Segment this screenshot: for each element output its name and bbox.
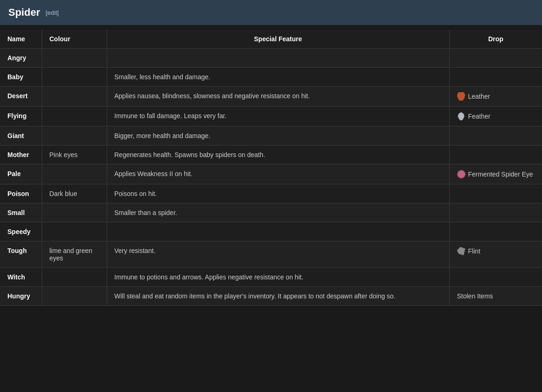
row-name: Flying [7,112,26,120]
row-feature-cell: Applies Weakness II on hit. [107,164,449,184]
row-name-cell: Pale [0,164,42,184]
row-drop-cell: Fermented Spider Eye [449,164,542,184]
row-name-cell: Hungry [0,287,42,306]
table-row: BabySmaller, less health and damage. [0,68,542,87]
leather-icon [457,92,465,101]
drop-label: Feather [468,113,491,120]
table-row: DesertApplies nausea, blindness, slownes… [0,87,542,107]
page-header: Spider [edit] [0,0,542,25]
drop-container: Leather [457,92,535,101]
row-drop-cell [449,268,542,287]
row-name: Tough [7,247,27,254]
row-name-cell: Baby [0,68,42,87]
row-colour-cell [42,68,107,87]
drop-container: Flint [457,247,535,255]
row-colour-cell [42,49,107,68]
row-colour-cell [42,268,107,287]
row-name: Giant [7,132,24,139]
row-colour-cell [42,87,107,107]
feather-icon [457,112,465,120]
table-row: SmallSmaller than a spider. [0,203,542,222]
col-header-feature: Special Feature [107,30,449,49]
row-name: Small [7,209,25,216]
drop-label: Leather [468,93,490,100]
row-colour-cell [42,222,107,241]
row-name-cell: Giant [0,126,42,145]
drop-container: Feather [457,112,535,120]
row-feature-cell: Immune to fall damage. Leaps very far. [107,107,449,126]
row-feature-cell: Bigger, more health and damage. [107,126,449,145]
row-drop-cell: Flint [449,241,542,268]
row-feature-cell [107,222,449,241]
row-name: Speedy [7,228,31,235]
row-drop-cell [449,203,542,222]
row-name-cell: Small [0,203,42,222]
table-header-row: Name Colour Special Feature Drop [0,30,542,49]
row-colour-cell: Pink eyes [42,145,107,164]
row-name-cell: Angry [0,49,42,68]
table-row: HungryWill steal and eat random items in… [0,287,542,306]
row-feature-cell: Smaller than a spider. [107,203,449,222]
row-feature-cell: Immune to potions and arrows. Applies ne… [107,268,449,287]
drop-container: Fermented Spider Eye [457,170,535,178]
col-header-colour: Colour [42,30,107,49]
table-row: Angry [0,49,542,68]
row-feature-cell: Poisons on hit. [107,184,449,203]
drop-label: Flint [468,247,480,255]
table-wrapper: Name Colour Special Feature Drop AngryBa… [0,25,542,310]
row-name-cell: Witch [0,268,42,287]
row-drop-cell [449,145,542,164]
table-row: GiantBigger, more health and damage. [0,126,542,145]
flint-icon [457,247,465,255]
row-colour-cell [42,107,107,126]
row-name-cell: Speedy [0,222,42,241]
row-colour-cell: lime and green eyes [42,241,107,268]
table-row: FlyingImmune to fall damage. Leaps very … [0,107,542,126]
table-row: MotherPink eyesRegenerates health. Spawn… [0,145,542,164]
row-name: Hungry [7,292,30,300]
drop-label: Stolen Items [457,292,493,300]
row-colour-cell: Dark blue [42,184,107,203]
table-row: PoisonDark bluePoisons on hit. [0,184,542,203]
row-feature-cell: Very resistant. [107,241,449,268]
edit-link[interactable]: [edit] [45,9,58,16]
row-name-cell: Poison [0,184,42,203]
row-name: Poison [7,190,29,197]
row-drop-cell [449,68,542,87]
row-drop-cell [449,222,542,241]
row-colour-cell [42,287,107,306]
row-name: Pale [7,170,21,177]
drop-label: Fermented Spider Eye [468,171,533,178]
row-name: Mother [7,151,29,158]
row-drop-cell [449,126,542,145]
row-drop-cell: Stolen Items [449,287,542,306]
row-name: Witch [7,273,25,281]
row-name-cell: Tough [0,241,42,268]
row-feature-cell: Regenerates health. Spawns baby spiders … [107,145,449,164]
col-header-name: Name [0,30,42,49]
row-name-cell: Mother [0,145,42,164]
row-name-cell: Desert [0,87,42,107]
row-feature-cell: Smaller, less health and damage. [107,68,449,87]
col-header-drop: Drop [449,30,542,49]
row-drop-cell: Leather [449,87,542,107]
row-name-cell: Flying [0,107,42,126]
drop-container: Stolen Items [457,292,535,300]
row-drop-cell: Feather [449,107,542,126]
table-row: Speedy [0,222,542,241]
row-drop-cell [449,49,542,68]
spider-table: Name Colour Special Feature Drop AngryBa… [0,30,542,306]
row-feature-cell [107,49,449,68]
row-name: Baby [7,73,23,81]
row-feature-cell: Applies nausea, blindness, slowness and … [107,87,449,107]
spider-eye-icon [457,170,465,178]
table-row: PaleApplies Weakness II on hit.Fermented… [0,164,542,184]
row-name: Angry [7,54,26,62]
row-colour-cell [42,203,107,222]
table-row: WitchImmune to potions and arrows. Appli… [0,268,542,287]
row-colour-cell [42,164,107,184]
row-feature-cell: Will steal and eat random items in the p… [107,287,449,306]
row-name: Desert [7,92,28,100]
row-colour-cell [42,126,107,145]
page-title: Spider [8,6,40,19]
